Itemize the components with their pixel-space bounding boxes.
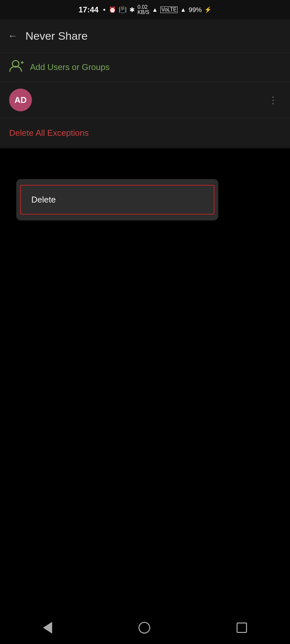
home-nav-icon bbox=[138, 622, 150, 634]
more-options-button[interactable]: ⋮ bbox=[265, 91, 281, 109]
alarm-icon: ⏰ bbox=[109, 6, 116, 13]
status-time: 17:44 bbox=[79, 5, 98, 14]
status-icons: ⏰ 📳 ✱ 0.02KB/S ▲ VoLTE ▲ 99% ⚡ bbox=[109, 5, 211, 15]
bluetooth-icon: ✱ bbox=[129, 6, 135, 14]
status-dot: • bbox=[103, 6, 106, 14]
navigation-bar bbox=[0, 611, 290, 644]
battery-level: 99% bbox=[189, 6, 202, 14]
vibrate-icon: 📳 bbox=[119, 6, 127, 14]
add-users-icon bbox=[9, 59, 23, 75]
status-bar: 17:44 • ⏰ 📳 ✱ 0.02KB/S ▲ VoLTE ▲ 99% ⚡ bbox=[0, 0, 290, 20]
nav-home-button[interactable] bbox=[138, 622, 150, 634]
charging-icon: ⚡ bbox=[204, 6, 211, 13]
page-title: Never Share bbox=[25, 30, 88, 42]
delete-all-label: Delete All Exceptions bbox=[9, 128, 89, 138]
delete-menu-item[interactable]: Delete bbox=[20, 185, 214, 215]
app-bar: ← Never Share bbox=[0, 20, 290, 52]
nav-back-button[interactable] bbox=[43, 622, 52, 634]
wifi-icon: ▲ bbox=[152, 7, 158, 13]
back-nav-icon bbox=[43, 622, 52, 634]
context-menu: Delete bbox=[16, 179, 218, 220]
delete-all-exceptions-button[interactable]: Delete All Exceptions bbox=[0, 118, 290, 147]
data-speed-icon: 0.02KB/S bbox=[138, 5, 149, 15]
nav-recents-button[interactable] bbox=[237, 623, 247, 633]
user-list-item: AD ⋮ bbox=[0, 82, 290, 118]
volte-icon: VoLTE bbox=[160, 7, 178, 13]
user-avatar: AD bbox=[9, 89, 32, 111]
signal-icon: ▲ bbox=[180, 7, 186, 13]
recents-nav-icon bbox=[237, 623, 247, 633]
back-button[interactable]: ← bbox=[8, 30, 18, 41]
section-divider bbox=[0, 147, 290, 149]
add-users-button[interactable]: Add Users or Groups bbox=[0, 52, 290, 82]
add-users-label: Add Users or Groups bbox=[30, 62, 109, 72]
